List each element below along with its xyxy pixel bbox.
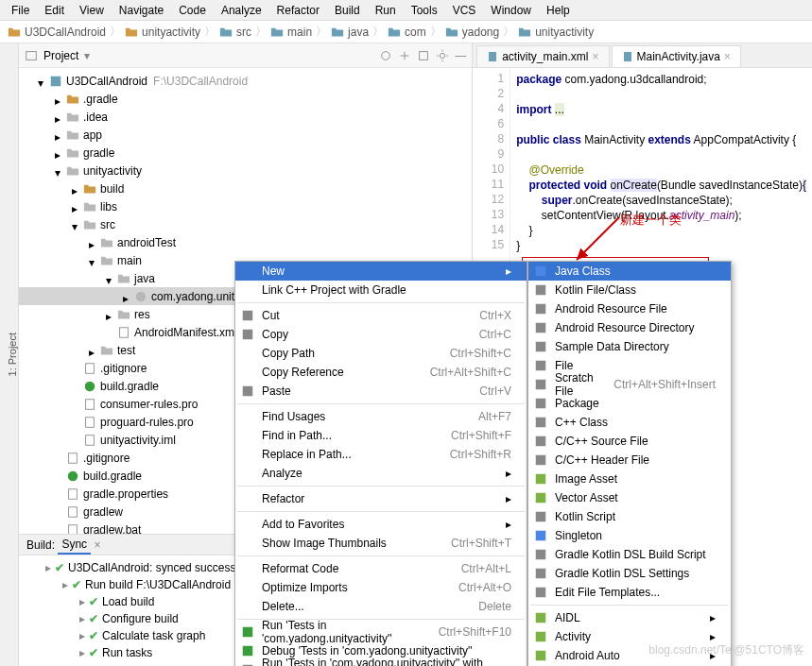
menu-refactor[interactable]: Refactor bbox=[269, 2, 327, 19]
breadcrumb-item[interactable]: java bbox=[331, 26, 369, 39]
tw-project[interactable]: 1: Project bbox=[7, 333, 18, 376]
menu-item[interactable]: Kotlin File/Class bbox=[528, 281, 731, 299]
build-tab-sync[interactable]: Sync bbox=[58, 536, 91, 555]
menu-item[interactable]: Kotlin Script bbox=[528, 507, 731, 526]
menu-item[interactable]: CutCtrl+X bbox=[235, 306, 527, 325]
menu-item[interactable]: Optimize ImportsCtrl+Alt+O bbox=[235, 578, 527, 597]
build-tab-close[interactable]: × bbox=[94, 538, 100, 552]
tree-row[interactable]: ▾src bbox=[19, 215, 472, 233]
menu-item[interactable]: Image Asset bbox=[528, 470, 731, 488]
menu-navigate[interactable]: Navigate bbox=[112, 2, 171, 19]
chevron-icon[interactable]: ▸ bbox=[72, 202, 81, 212]
menu-item[interactable]: Reformat CodeCtrl+Alt+L bbox=[235, 559, 527, 578]
menu-window[interactable]: Window bbox=[483, 2, 539, 19]
tree-row[interactable]: ▸androidTest bbox=[19, 233, 472, 251]
breadcrumb-item[interactable]: unityactivity bbox=[518, 26, 594, 39]
menu-item[interactable]: CopyCtrl+C bbox=[235, 325, 527, 344]
tree-row[interactable]: ▸build bbox=[19, 179, 472, 197]
tree-row[interactable]: ▸.gradle bbox=[19, 90, 472, 108]
menu-item[interactable]: New▸ bbox=[235, 262, 527, 281]
breadcrumb-item[interactable]: unityactivity bbox=[125, 26, 200, 39]
tree-row[interactable]: ▸app bbox=[19, 126, 472, 144]
menu-item[interactable]: Singleton bbox=[528, 526, 731, 545]
menu-item[interactable]: Android Resource File bbox=[528, 299, 731, 318]
menu-item[interactable]: Gradle Kotlin DSL Build Script bbox=[528, 545, 731, 564]
chevron-icon[interactable]: ▸ bbox=[123, 292, 132, 301]
breadcrumb-item[interactable]: main bbox=[270, 26, 312, 39]
menu-item[interactable]: Analyze▸ bbox=[235, 464, 527, 483]
menu-code[interactable]: Code bbox=[171, 2, 214, 19]
chevron-icon[interactable]: ▾ bbox=[106, 274, 115, 283]
menu-item[interactable]: AIDL▸ bbox=[528, 608, 731, 627]
chevron-icon[interactable]: ▸ bbox=[62, 578, 68, 591]
chevron-icon[interactable]: ▸ bbox=[72, 184, 81, 194]
menu-item[interactable]: Add to Favorites▸ bbox=[235, 515, 527, 534]
chevron-icon[interactable]: ▸ bbox=[55, 130, 64, 140]
menu-item[interactable]: Run 'Tests in 'com.yadong.unityactivity'… bbox=[235, 660, 527, 666]
menu-analyze[interactable]: Analyze bbox=[214, 2, 269, 19]
chevron-icon[interactable]: ▾ bbox=[55, 166, 64, 176]
menu-item[interactable]: Java Class bbox=[528, 262, 731, 281]
menu-run[interactable]: Run bbox=[368, 2, 404, 19]
chevron-icon[interactable]: ▸ bbox=[79, 629, 85, 642]
menu-item[interactable]: Package bbox=[528, 394, 731, 413]
tree-row[interactable]: ▾U3DCallAndroidF:\U3DCallAndroid bbox=[19, 72, 472, 90]
menu-item[interactable]: Scratch FileCtrl+Alt+Shift+Insert bbox=[528, 375, 731, 394]
menu-item[interactable]: Refactor▸ bbox=[235, 489, 527, 508]
chevron-icon[interactable]: ▾ bbox=[72, 220, 81, 230]
chevron-icon[interactable]: ▸ bbox=[55, 148, 64, 158]
menu-help[interactable]: Help bbox=[539, 2, 578, 19]
tree-row[interactable]: ▾unityactivity bbox=[19, 162, 472, 179]
menu-item[interactable]: Vector Asset bbox=[528, 488, 731, 507]
tree-row[interactable]: ▸libs bbox=[19, 197, 472, 215]
chevron-icon[interactable]: ▸ bbox=[89, 238, 98, 248]
menu-item[interactable]: Copy ReferenceCtrl+Alt+Shift+C bbox=[235, 363, 527, 382]
breadcrumb-item[interactable]: src bbox=[219, 26, 251, 39]
chevron-icon[interactable]: ▸ bbox=[79, 595, 85, 608]
menu-item[interactable]: Find in Path...Ctrl+Shift+F bbox=[235, 426, 527, 445]
breadcrumb-item[interactable]: U3DCallAndroid bbox=[8, 26, 106, 39]
menu-item[interactable]: Delete...Delete bbox=[235, 597, 527, 616]
menu-item[interactable]: Android Resource Directory bbox=[528, 318, 731, 337]
collapse-icon[interactable] bbox=[417, 49, 430, 62]
menu-item[interactable]: C/C++ Source File bbox=[528, 432, 731, 451]
menu-item[interactable]: Find UsagesAlt+F7 bbox=[235, 407, 527, 426]
tree-row[interactable]: ▸.idea bbox=[19, 108, 472, 126]
menu-tools[interactable]: Tools bbox=[404, 2, 445, 19]
editor-tab[interactable]: activity_main.xml× bbox=[476, 45, 609, 67]
menu-item[interactable]: C/C++ Header File bbox=[528, 451, 731, 470]
gear-icon[interactable] bbox=[436, 49, 449, 62]
menu-vcs[interactable]: VCS bbox=[445, 2, 484, 19]
editor-tab[interactable]: MainActivity.java× bbox=[612, 45, 742, 67]
chevron-icon[interactable]: ▸ bbox=[55, 112, 64, 122]
menu-item[interactable]: Gradle Kotlin DSL Settings bbox=[528, 564, 731, 583]
chevron-icon[interactable]: ▸ bbox=[89, 346, 98, 355]
scroll-from-source-icon[interactable] bbox=[379, 49, 392, 62]
menu-item[interactable]: Edit File Templates... bbox=[528, 583, 731, 602]
menu-item[interactable]: C++ Class bbox=[528, 413, 731, 432]
tree-row[interactable]: ▸gradle bbox=[19, 144, 472, 162]
chevron-icon[interactable]: ▸ bbox=[79, 612, 85, 625]
menu-file[interactable]: File bbox=[4, 2, 37, 19]
chevron-icon[interactable]: ▸ bbox=[45, 561, 51, 574]
menu-item[interactable]: Replace in Path...Ctrl+Shift+R bbox=[235, 445, 527, 464]
chevron-icon[interactable]: ▸ bbox=[79, 646, 85, 659]
menu-item[interactable]: Show Image ThumbnailsCtrl+Shift+T bbox=[235, 534, 527, 553]
expand-icon[interactable] bbox=[398, 49, 411, 62]
menu-build[interactable]: Build bbox=[327, 2, 368, 19]
menu-view[interactable]: View bbox=[72, 2, 112, 19]
close-icon[interactable]: × bbox=[724, 50, 731, 63]
close-icon[interactable]: × bbox=[592, 50, 598, 63]
chevron-icon[interactable]: ▾ bbox=[89, 256, 98, 265]
menu-item[interactable]: PasteCtrl+V bbox=[235, 382, 527, 401]
breadcrumb-item[interactable]: yadong bbox=[445, 26, 499, 39]
minimize-icon[interactable]: — bbox=[455, 49, 466, 62]
breadcrumb-item[interactable]: com bbox=[388, 26, 426, 39]
menu-item[interactable]: Sample Data Directory bbox=[528, 337, 731, 356]
chevron-icon[interactable]: ▾ bbox=[38, 77, 47, 86]
chevron-icon[interactable]: ▸ bbox=[106, 310, 115, 319]
menu-item[interactable]: Run 'Tests in 'com.yadong.unityactivity'… bbox=[235, 623, 527, 641]
chevron-icon[interactable]: ▸ bbox=[55, 94, 64, 104]
menu-item[interactable]: Link C++ Project with Gradle bbox=[235, 281, 527, 299]
menu-item[interactable]: Copy PathCtrl+Shift+C bbox=[235, 344, 527, 363]
